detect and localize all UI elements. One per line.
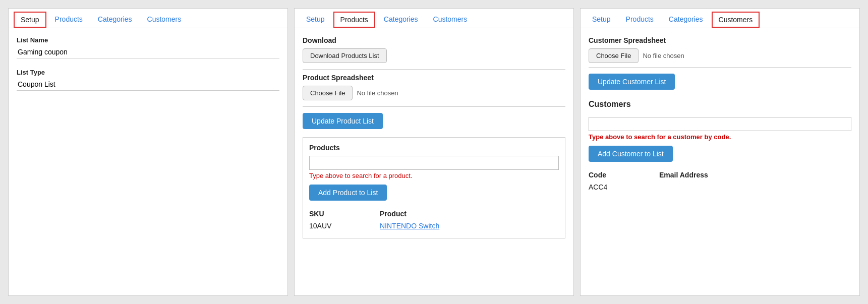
products-section-title: Products (309, 144, 559, 152)
tab-setup[interactable]: Setup (14, 12, 46, 28)
customers-panel: Setup Products Categories Customers Cust… (580, 8, 860, 296)
list-name-input[interactable] (17, 46, 279, 58)
table-row: 10AUV NINTENDO Switch (309, 220, 559, 232)
tab-categories[interactable]: Categories (91, 12, 139, 28)
tab-categories-p[interactable]: Categories (377, 12, 425, 28)
tab-products-p[interactable]: Products (333, 12, 375, 28)
customer-search-hint: Type above to search for a customer by c… (589, 133, 851, 141)
setup-body: List Name List Type (9, 28, 287, 295)
download-title: Download (303, 36, 565, 44)
add-customer-btn[interactable]: Add Customer to List (589, 146, 673, 162)
customer-choose-file-btn[interactable]: Choose File (589, 48, 639, 63)
customers-section-title: Customers (589, 100, 851, 109)
setup-tabs: Setup Products Categories Customers (9, 9, 287, 28)
product-cell: NINTENDO Switch (380, 222, 559, 230)
product-spreadsheet-title: Product Spreadsheet (303, 74, 565, 82)
email-cell (659, 183, 851, 191)
product-search-input[interactable] (309, 156, 559, 170)
tab-products[interactable]: Products (48, 12, 89, 28)
search-hint-prefix: Type above to search for a customer by (589, 133, 714, 141)
customer-file-row: Choose File No file chosen (589, 48, 851, 63)
customer-table-header: Code Email Address (589, 171, 851, 181)
product-header: Product (380, 210, 559, 218)
sku-cell: 10AUV (309, 222, 380, 230)
list-type-label: List Type (17, 69, 279, 76)
customers-tabs: Setup Products Categories Customers (581, 9, 859, 28)
table-row: ACC4 (589, 181, 851, 193)
product-choose-file-btn[interactable]: Choose File (303, 86, 353, 100)
tab-products-c[interactable]: Products (619, 12, 660, 28)
tab-customers[interactable]: Customers (141, 12, 188, 28)
tab-customers-c[interactable]: Customers (712, 12, 760, 28)
divider-1 (303, 69, 565, 70)
product-spreadsheet-section: Product Spreadsheet Choose File No file … (303, 74, 565, 100)
products-section: Products Type above to search for a prod… (303, 137, 565, 238)
search-hint-bold: code (714, 133, 729, 141)
divider-c1 (589, 67, 851, 68)
code-header: Code (589, 171, 659, 179)
customer-spreadsheet-title: Customer Spreadsheet (589, 36, 851, 44)
update-product-list-btn[interactable]: Update Product List (303, 113, 383, 129)
product-link[interactable]: NINTENDO Switch (380, 222, 439, 230)
code-cell: ACC4 (589, 183, 659, 191)
divider-2 (303, 106, 565, 107)
tab-categories-c[interactable]: Categories (662, 12, 710, 28)
tab-setup-p[interactable]: Setup (300, 12, 331, 28)
tab-customers-p[interactable]: Customers (427, 12, 474, 28)
tab-setup-c[interactable]: Setup (586, 12, 617, 28)
sku-header: SKU (309, 210, 380, 218)
download-section: Download Download Products List (303, 36, 565, 63)
product-table-header: SKU Product (309, 210, 559, 220)
search-hint-suffix: . (729, 133, 731, 141)
customers-body: Customer Spreadsheet Choose File No file… (581, 28, 859, 295)
download-products-btn[interactable]: Download Products List (303, 48, 387, 63)
product-no-file-text: No file chosen (357, 89, 398, 97)
products-tabs: Setup Products Categories Customers (295, 9, 573, 28)
add-product-btn[interactable]: Add Product to List (309, 185, 387, 201)
products-body: Download Download Products List Product … (295, 28, 573, 295)
customer-no-file-text: No file chosen (643, 52, 684, 59)
product-search-hint: Type above to search for a product. (309, 172, 559, 179)
setup-panel: Setup Products Categories Customers List… (8, 8, 288, 296)
list-name-label: List Name (17, 36, 279, 44)
products-panel: Setup Products Categories Customers Down… (294, 8, 574, 296)
list-type-input[interactable] (17, 78, 279, 91)
email-header: Email Address (659, 171, 851, 179)
customer-search-input[interactable] (589, 117, 851, 131)
product-file-row: Choose File No file chosen (303, 86, 565, 100)
update-customer-list-btn[interactable]: Update Customer List (589, 74, 675, 90)
